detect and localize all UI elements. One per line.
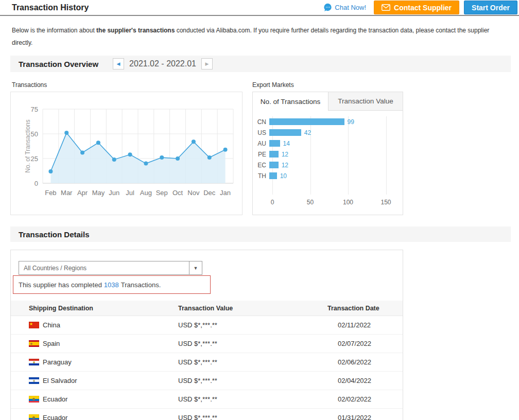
cell-transaction-value: USD $*,***.** xyxy=(178,377,327,384)
start-order-label: Start Order xyxy=(472,4,510,12)
svg-text:Feb: Feb xyxy=(45,189,56,197)
bar-row-au: AU14 xyxy=(253,138,403,149)
bar-au xyxy=(269,140,280,147)
flag-emblem xyxy=(33,380,35,382)
cell-transaction-date: 02/06/2022 xyxy=(327,358,403,366)
x-tick-label: 150 xyxy=(380,199,391,206)
x-tick-label: 100 xyxy=(343,199,353,206)
bar-value-label: 99 xyxy=(348,118,354,126)
bar-row-ec: EC12 xyxy=(253,160,403,170)
bar-pe xyxy=(269,151,279,157)
chevron-right-icon: ▶ xyxy=(205,61,209,66)
svg-text:Oct: Oct xyxy=(172,189,183,197)
chat-now-link[interactable]: Chat Now! xyxy=(323,3,366,12)
period-navigator: ◀ 2021.02 - 2022.01 ▶ xyxy=(113,58,213,69)
table-header-row: Shipping Destination Transaction Value T… xyxy=(11,301,403,316)
table-row: SpainUSD $*,***.**02/07/2022 xyxy=(11,335,403,353)
details-section-header: Transaction Details xyxy=(10,226,511,242)
svg-text:Jan: Jan xyxy=(220,189,231,197)
column-header-transaction-value: Transaction Value xyxy=(178,305,327,312)
bar-category-label: CN xyxy=(253,118,269,126)
column-header-shipping-destination: Shipping Destination xyxy=(11,305,178,312)
column-header-transaction-date: Transaction Date xyxy=(327,305,403,312)
cell-transaction-value: USD $*,***.** xyxy=(178,395,327,403)
intro-text: Below is the information about the suppl… xyxy=(12,24,498,49)
header-actions: Chat Now! Contact Supplier Start Order xyxy=(323,1,517,14)
page-title: Transaction History xyxy=(12,3,89,12)
cell-transaction-date: 02/04/2022 xyxy=(327,377,403,384)
x-tick-label: 0 xyxy=(271,199,274,206)
cell-transaction-date: 02/02/2022 xyxy=(327,395,403,403)
cell-transaction-date: 01/31/2022 xyxy=(327,414,403,420)
cell-transaction-date: 02/11/2022 xyxy=(327,321,403,329)
cell-shipping-destination: Spain xyxy=(11,340,178,347)
bar-th xyxy=(269,172,277,179)
export-markets-panel: No. of Transactions Transaction Value CN… xyxy=(252,92,403,215)
export-markets-bar-chart: CN99US42AU14PE12EC12TH10050100150 xyxy=(253,116,403,214)
bar-value-label: 12 xyxy=(282,162,288,169)
bar-category-label: AU xyxy=(253,140,269,147)
flag-icon-ec xyxy=(29,414,39,420)
chevron-left-icon: ◀ xyxy=(117,61,120,66)
country-filter-select[interactable]: All Countries / Regions ▼ xyxy=(19,261,202,275)
table-row: ParaguayUSD $*,***.**02/06/2022 xyxy=(11,353,403,372)
bar-us xyxy=(269,129,301,136)
flag-icon-cn: ★ xyxy=(29,322,39,328)
overview-section-title: Transaction Overview xyxy=(19,60,98,68)
next-period-button[interactable]: ▶ xyxy=(201,58,213,69)
table-row: EcuadorUSD $*,***.**01/31/2022 xyxy=(11,409,403,420)
transactions-summary-box: This supplier has completed 1038 Transac… xyxy=(13,275,211,294)
bar-chart-x-axis: 050100150 xyxy=(253,199,403,207)
cell-shipping-destination: El Salvador xyxy=(11,377,178,384)
bar-value-label: 10 xyxy=(280,172,287,180)
transactions-table: Shipping Destination Transaction Value T… xyxy=(11,301,403,420)
previous-period-button[interactable]: ◀ xyxy=(113,58,124,69)
svg-text:Aug: Aug xyxy=(140,189,152,197)
country-filter-value: All Countries / Regions xyxy=(19,261,189,274)
flag-emblem xyxy=(30,343,32,345)
svg-text:Dec: Dec xyxy=(203,189,216,197)
bar-row-pe: PE12 xyxy=(253,149,403,160)
start-order-button[interactable]: Start Order xyxy=(464,1,517,14)
transactions-line-chart: 0255075FebMarAprMayJunJulAugSepOctNovDec… xyxy=(10,92,243,215)
caret-down-icon[interactable]: ▼ xyxy=(189,261,202,274)
page-header: Transaction History Chat Now! xyxy=(0,0,519,16)
svg-text:Sep: Sep xyxy=(156,189,168,197)
svg-text:Nov: Nov xyxy=(187,189,200,197)
svg-text:No. of Transactions: No. of Transactions xyxy=(24,119,31,172)
transaction-details-panel: All Countries / Regions ▼ This supplier … xyxy=(10,250,403,420)
country-name: El Salvador xyxy=(43,377,77,384)
svg-text:Jul: Jul xyxy=(126,189,134,197)
transaction-history-page: Transaction History Chat Now! xyxy=(0,0,519,420)
svg-text:Mar: Mar xyxy=(61,189,73,197)
contact-supplier-button[interactable]: Contact Supplier xyxy=(374,1,459,14)
flag-emblem xyxy=(33,361,35,363)
x-tick-label: 50 xyxy=(307,199,314,206)
svg-text:Jun: Jun xyxy=(109,189,119,197)
transactions-count-link[interactable]: 1038 xyxy=(104,281,119,289)
country-name: China xyxy=(43,321,60,329)
cell-transaction-value: USD $*,***.** xyxy=(178,321,327,329)
svg-text:75: 75 xyxy=(31,106,38,113)
bar-category-label: US xyxy=(253,129,269,136)
contact-supplier-label: Contact Supplier xyxy=(394,4,452,12)
svg-text:Apr: Apr xyxy=(77,189,88,197)
bar-ec xyxy=(269,162,279,168)
bar-value-label: 12 xyxy=(282,151,288,158)
cell-transaction-date: 02/07/2022 xyxy=(327,340,403,347)
country-name: Ecuador xyxy=(43,395,67,403)
svg-text:25: 25 xyxy=(31,155,38,163)
table-row: ★ChinaUSD $*,***.**02/11/2022 xyxy=(11,316,403,335)
cell-transaction-value: USD $*,***.** xyxy=(178,358,327,366)
bar-category-label: EC xyxy=(253,162,269,169)
flag-icon-py xyxy=(29,359,39,365)
export-markets-label: Export Markets xyxy=(252,81,294,89)
summary-prefix: This supplier has completed xyxy=(19,281,102,289)
svg-text:May: May xyxy=(92,189,105,197)
flag-emblem xyxy=(32,416,35,419)
flag-icon-es xyxy=(29,340,39,347)
summary-suffix: Transactions. xyxy=(121,281,161,289)
tab-transaction-value[interactable]: Transaction Value xyxy=(328,92,403,111)
tab-no-of-transactions[interactable]: No. of Transactions xyxy=(253,92,328,111)
flag-emblem xyxy=(32,398,35,400)
